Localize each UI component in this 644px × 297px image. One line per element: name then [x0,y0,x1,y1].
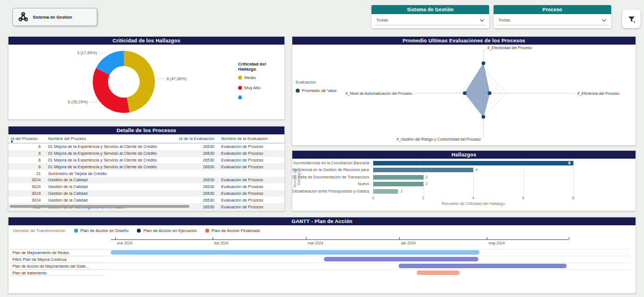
trefoil-knot-icon [18,11,29,23]
logo-label: Sistema de Gestión [33,15,72,20]
sin-etiqueta-dot [238,95,242,99]
bar-3[interactable] [373,175,423,180]
table-cell: 26530 [172,191,217,196]
filter-sistema-de-gestion: Sistema de Gestión Todas [371,5,489,28]
gantt-task-label[interactable]: Plan de tratamiento [10,269,105,276]
column-header-nombre-proceso[interactable]: Nombre del Proceso [44,136,172,141]
x-tick-label: 6 [522,196,525,200]
gantt-bar-3[interactable] [399,264,567,268]
sistema-de-gestion-logo-button[interactable]: Sistema de Gestión [12,8,97,26]
radar-data-point[interactable] [482,115,486,119]
month-label: ene 2024 [117,241,132,245]
radar-data-point[interactable] [482,62,486,65]
legend-item[interactable]: Plan de Acción Finalizado [205,228,260,233]
legend-item[interactable]: Muy Alto [238,85,284,90]
table-cell: Evaluación de Proceso [217,198,284,203]
legend-title: Evaluación [296,80,337,85]
legend-item[interactable]: Promedio de Valor [296,88,337,93]
gantt-bar-2[interactable] [324,257,479,261]
table-cell: 21 [8,171,44,176]
month-label: may 2024 [489,241,505,245]
sistema-de-gestion-dropdown[interactable]: Todas [375,15,486,25]
column-header-id-evaluacion[interactable]: Id de la Evaluación [172,136,217,141]
panel-detalle-procesos: Detalle de los Procesos Id del Proceso N… [8,126,285,211]
table-row[interactable]: 601 Mejora de la Experiencia y Servicio … [8,157,284,164]
table-cell: Evaluación de Proceso [217,164,284,169]
table-row[interactable]: 3024Gestión de la Calidad26530Evaluación… [8,196,284,203]
legend-item[interactable]: Plan de Acción en Diseño [74,228,128,233]
panel-hallazgos: Hallazgos Nombre del Hallazgo Recuento d… [292,150,636,211]
table-row[interactable]: 3024Gestión de la Calidad26530Evaluación… [8,184,284,190]
table-cell: Evaluación de Proceso [217,184,284,189]
table-cell: 6 [8,144,44,149]
horizontal-scrollbar[interactable] [10,205,189,208]
table-cell: 26530 [172,177,217,182]
table-cell: Suministro de Tarjeta de Crédito [44,171,172,176]
table-row[interactable]: 601 Mejora de la Experiencia y Servicio … [8,163,284,170]
bar-2[interactable] [373,168,473,172]
legend-title: Decisión de Transformación [13,228,66,233]
bar-value-label: 2 [426,182,428,186]
gantt-task-label[interactable]: PA01 Plan de Mejora Continua [10,256,105,263]
panel-title: Detalle de los Procesos [8,126,284,134]
radar-data-point[interactable] [463,91,467,95]
Plan de Acción en Ejecución-dot [137,229,141,233]
bar-category-label: Nuevo [292,182,369,186]
table-cell: Gestión de la Calidad [44,191,172,196]
filter-button[interactable] [622,10,641,28]
radar-axis-label: #_Gestión del Riesgo y Conformidad del P… [396,137,481,142]
bar-value-label: 4 [476,168,478,172]
table-row[interactable]: 3024Gestión de la Calidad26530Evaluación… [8,190,284,197]
table-row[interactable]: 3024Gestión de la Calidad26530Evaluación… [8,177,284,184]
table-cell: 01 Mejora de la Experiencia y Servicio a… [44,151,172,156]
table-cell: Gestión de la Calidad [44,177,172,182]
bar-4[interactable] [373,182,423,186]
x-tick-label: 0 [372,196,374,200]
table-cell: 01 Mejora de la Experiencia y Servicio a… [44,164,172,169]
table-cell: 3024 [8,191,44,196]
gantt-legend: Decisión de Transformación Plan de Acció… [13,228,260,233]
radar-data-point[interactable] [488,91,492,95]
bar-category-label: Ineficiencia en la Gestión de Recursos p… [292,168,369,172]
bar-value-label: 8 [568,161,570,165]
gantt-bar-4[interactable] [417,270,460,275]
bar-value-label: 2 [426,175,428,180]
dropdown-value: Todas [498,18,510,23]
gantt-task-label[interactable]: Plan de Acción de Mejoramiento del Ssite… [10,263,105,269]
table-row[interactable]: 601 Mejora de la Experiencia y Servicio … [8,150,284,157]
gantt-bar-1[interactable] [111,250,479,255]
legend-item[interactable]: Medio [238,75,284,80]
legend-item-label: Medio [244,75,256,80]
dropdown-value: Todas [376,18,388,23]
radar-axis-label: #_Eficiencia del Proceso [577,91,620,96]
column-header-nombre-evaluacion[interactable]: Nombre de la Evaluación [217,136,284,141]
column-header-id-proceso[interactable]: Id del Proceso [8,136,44,141]
bar-5[interactable] [373,189,398,194]
donut-slice-Muy Alto[interactable] [93,68,129,113]
gantt-task-label[interactable]: Plan de Mejoramiento de Redes [10,249,105,256]
table-cell: Evaluación de Proceso [217,204,284,209]
bar-category-label: 01 Falta de Documentación de Transaccion… [292,175,369,180]
axis-tick [115,237,116,239]
table-cell: Gestión de la Calidad [44,184,172,189]
donut-legend: Criticidad del Hallazgo MedioMuy Alto [238,62,284,104]
panel-promedio-evaluaciones: Promedio Ultimas Evaluaciones de los Pro… [292,36,636,146]
chevron-down-icon [602,19,607,22]
filter-proceso: Proceso Todas [494,5,611,28]
donut-data-label: 6 (35,29%) [68,99,88,104]
Medio-dot [238,76,242,80]
legend-item[interactable]: Plan de Acción en Ejecución [137,228,197,233]
bar-1[interactable] [373,161,573,165]
table-row[interactable]: 601 Mejora de la Experiencia y Servicio … [8,143,284,150]
table-cell: 3024 [8,184,44,189]
proceso-dropdown[interactable]: Todas [497,15,608,25]
sort-ascending-icon [11,140,13,142]
bar-category-label: Desalineación entre Presupuestos y Gasto… [292,189,369,194]
radar-series-area[interactable] [465,63,490,117]
table-cell: 01 Mejora de la Experiencia y Servicio a… [44,144,172,149]
chevron-down-icon [479,19,485,22]
table-row[interactable]: 21Suministro de Tarjeta de Crédito [8,170,284,177]
legend-item[interactable] [238,95,284,99]
donut-slice-Medio[interactable] [124,51,155,112]
Plan de Acción Finalizado-dot [205,229,209,233]
